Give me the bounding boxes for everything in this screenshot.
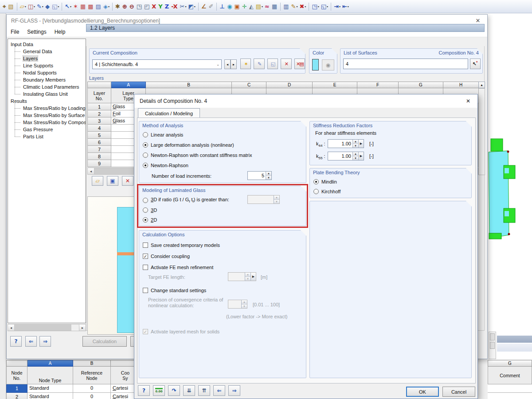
surface-grid-icon[interactable]: ▨: [95, 2, 102, 12]
layer-number-cell[interactable]: 6: [87, 139, 111, 146]
layer-number-cell[interactable]: 4: [87, 125, 111, 132]
column-letter[interactable]: A: [27, 360, 73, 367]
spin-more-icon[interactable]: ▶: [358, 152, 364, 160]
layer-number-cell[interactable]: 2: [87, 110, 111, 117]
generate-node-icon[interactable]: ✶: [73, 2, 79, 12]
to-previous-window-button[interactable]: ⇐: [25, 336, 37, 347]
tree-item[interactable]: Max Stress/Ratio by Loading: [8, 105, 86, 112]
load-increments-stepper[interactable]: 5 ▲▼: [247, 171, 272, 180]
node-number-cell[interactable]: 1: [6, 384, 27, 393]
calculation-button[interactable]: Calculation: [82, 336, 127, 347]
modeling-option-3d[interactable]: 3D: [143, 207, 157, 214]
tree-item[interactable]: Max Stress/Ratio by Surface: [8, 112, 86, 119]
palette-icon[interactable]: ◉: [322, 59, 334, 70]
section-cut-icon[interactable]: ✂▾: [179, 2, 187, 12]
background-vertical-scrollbar[interactable]: [489, 332, 496, 359]
radio-icon[interactable]: [313, 189, 319, 194]
previous-composition-button[interactable]: ◂: [224, 59, 231, 69]
stiffness-factor-stepper[interactable]: 1.00 ▲▼▶: [328, 139, 364, 148]
dialog-titlebar[interactable]: Details of Composition No. 4 ✕: [134, 94, 477, 108]
corner-node-top[interactable]: [507, 151, 509, 153]
tree-item[interactable]: Line Supports: [8, 62, 86, 69]
radio-icon[interactable]: [143, 207, 148, 213]
result-diagram-icon[interactable]: ≈: [264, 2, 270, 12]
layer-number-cell[interactable]: 1: [87, 103, 111, 110]
spin-more-icon[interactable]: ▶: [358, 140, 364, 148]
modeling-option-2d[interactable]: 2D: [143, 216, 157, 223]
scroll-right-icon[interactable]: ▸: [79, 325, 86, 331]
reference-node-cell[interactable]: 0: [73, 393, 111, 399]
menu-item[interactable]: File: [7, 29, 23, 35]
next-composition-button[interactable]: ▸: [231, 59, 237, 69]
modeling-option-3d-ratio[interactable]: 3D if ratio (G t / Gf tf) is greater tha…: [143, 197, 229, 204]
comment-empty-cell[interactable]: [488, 393, 532, 399]
help-button[interactable]: ?: [10, 336, 22, 347]
radio-icon[interactable]: [143, 163, 148, 168]
partial-view-icon[interactable]: ▤▾: [255, 2, 263, 12]
cascade-windows-icon[interactable]: ◱▾: [321, 2, 329, 12]
delete-results-icon[interactable]: ✖▾: [299, 2, 306, 12]
clipping-plane-icon[interactable]: ◭: [249, 2, 254, 12]
model-3d-view[interactable]: [485, 131, 532, 248]
tree-item[interactable]: Max Stress/Ratio by Compositio: [8, 119, 86, 126]
method-option[interactable]: Large deformation analysis (nonlinear): [143, 141, 306, 149]
tile-windows-icon[interactable]: ◳▾: [311, 2, 319, 12]
printout-report-icon[interactable]: ▥: [283, 2, 289, 12]
layer-number-cell[interactable]: 5: [87, 132, 111, 139]
spin-down-icon[interactable]: ▼: [353, 144, 358, 148]
guidelines-icon[interactable]: ▧: [8, 2, 14, 12]
block-generate-icon[interactable]: ◈▾: [103, 2, 110, 12]
zoom-out-icon[interactable]: ⊖: [129, 2, 135, 12]
column-letter[interactable]: A: [111, 82, 146, 88]
pick-surfaces-icon[interactable]: ↖✶: [470, 59, 481, 69]
transfer-next-icon[interactable]: ⇒: [228, 385, 240, 396]
sep5[interactable]: [216, 3, 217, 11]
tree-item[interactable]: Layers: [8, 55, 86, 62]
plate-theory-option[interactable]: Mindlin: [313, 178, 471, 185]
spin-down-icon[interactable]: ▼: [266, 176, 271, 180]
checkbox-icon[interactable]: [143, 288, 148, 293]
support-icon[interactable]: ⊥: [219, 2, 226, 12]
dialog-close-icon[interactable]: ✕: [463, 97, 473, 106]
column-letter[interactable]: [6, 360, 27, 367]
consider-coupling-checkbox[interactable]: Consider coupling: [143, 253, 190, 260]
delete-all-compositions-icon[interactable]: ✕▤: [294, 59, 305, 69]
fe-mesh-icon[interactable]: ✛: [242, 2, 248, 12]
render-icon[interactable]: ✱: [115, 2, 121, 12]
delete-layers-icon[interactable]: ✕: [122, 176, 133, 186]
column-letter[interactable]: G: [488, 360, 532, 367]
node-table-row[interactable]: 2 Standard 0 Cartesi: [6, 393, 134, 399]
help-icon[interactable]: ?: [138, 385, 150, 396]
copy-composition-icon[interactable]: ◱: [267, 59, 278, 69]
sep8[interactable]: [331, 3, 331, 11]
surfaces-list-input[interactable]: 4: [343, 59, 468, 69]
sep4[interactable]: [198, 3, 199, 11]
composition-color-swatch[interactable]: [312, 59, 319, 70]
ok-button[interactable]: OK: [406, 387, 439, 397]
tree-item[interactable]: General Data: [8, 48, 86, 55]
isometric-view-icon[interactable]: ◩▾: [188, 2, 196, 12]
wireframe-view-icon[interactable]: ◳: [136, 2, 143, 12]
spin-down-icon[interactable]: ▼: [353, 156, 358, 160]
plate-theory-option[interactable]: Kirchhoff: [313, 188, 471, 195]
spin-up-icon[interactable]: ▲: [353, 152, 358, 156]
view-z-icon[interactable]: Z: [164, 2, 170, 12]
copy-from-case-icon[interactable]: ⇊: [183, 385, 195, 396]
tree-item[interactable]: Nodal Supports: [8, 69, 86, 76]
tree-item[interactable]: Insulating Glass Unit: [8, 90, 86, 98]
to-next-window-button[interactable]: ⇒: [39, 336, 51, 347]
stiffness-factor-stepper[interactable]: 1.00 ▲▼▶: [328, 152, 364, 160]
tree-item[interactable]: Parts List: [8, 133, 86, 140]
radio-icon[interactable]: [143, 198, 148, 203]
quick-input-icon[interactable]: ✎▾: [291, 2, 298, 12]
tree-item[interactable]: Gas Pressure: [8, 126, 86, 133]
export-window-icon[interactable]: ⇥▾: [333, 2, 341, 12]
tree-item[interactable]: Input Data: [8, 41, 86, 48]
national-annex-icon[interactable]: ↷: [168, 385, 180, 396]
save-temporary-models-checkbox[interactable]: Save created temporary models: [143, 242, 220, 249]
method-option[interactable]: Newton-Raphson: [143, 162, 306, 169]
solid-view-icon[interactable]: ◰: [144, 2, 150, 12]
column-letter[interactable]: F: [357, 82, 399, 88]
radio-icon[interactable]: [143, 142, 148, 148]
radio-icon[interactable]: [143, 217, 148, 223]
